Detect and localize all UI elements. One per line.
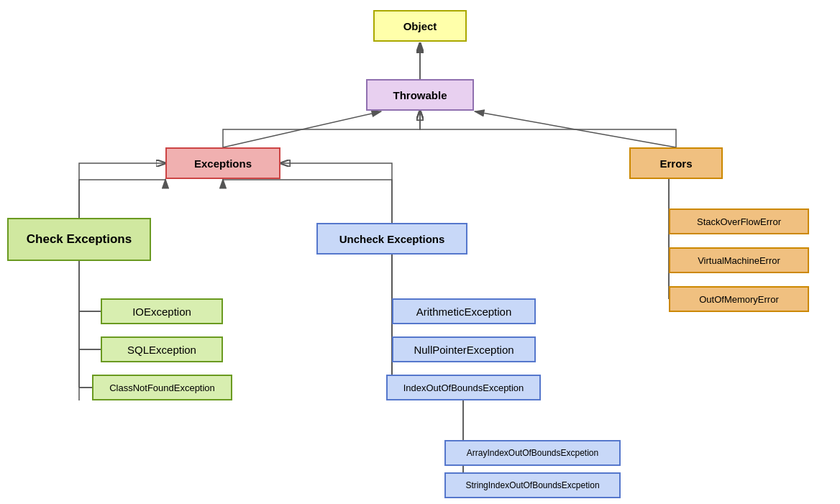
ioexception-node: IOException	[101, 298, 223, 324]
outofmemory-node: OutOfMemoryError	[669, 286, 809, 312]
nullpointer-node: NullPointerException	[392, 336, 536, 362]
exceptions-node: Exceptions	[165, 147, 280, 179]
indexoutofbounds-node: IndexOutOfBoundsException	[386, 375, 541, 400]
stackoverflow-node: StackOverFlowError	[669, 209, 809, 234]
throwable-node: Throwable	[366, 79, 474, 111]
diagram: Object Throwable Exceptions Errors Check…	[0, 0, 840, 504]
svg-line-1	[223, 111, 381, 147]
check-exceptions-node: Check Exceptions	[7, 218, 151, 261]
svg-line-2	[475, 111, 676, 147]
sqlexception-node: SQLException	[101, 336, 223, 362]
classnotfound-node: ClassNotFoundException	[92, 375, 232, 400]
arrayindex-node: ArrayIndexOutOfBoundsExcpetion	[444, 440, 621, 466]
errors-node: Errors	[629, 147, 723, 179]
stringindex-node: StringIndexOutOfBoundsExcpetion	[444, 472, 621, 498]
virtualmachine-node: VirtualMachineError	[669, 247, 809, 273]
object-node: Object	[373, 10, 467, 42]
arithmetic-node: ArithmeticException	[392, 298, 536, 324]
uncheck-exceptions-node: Uncheck Exceptions	[316, 223, 467, 255]
